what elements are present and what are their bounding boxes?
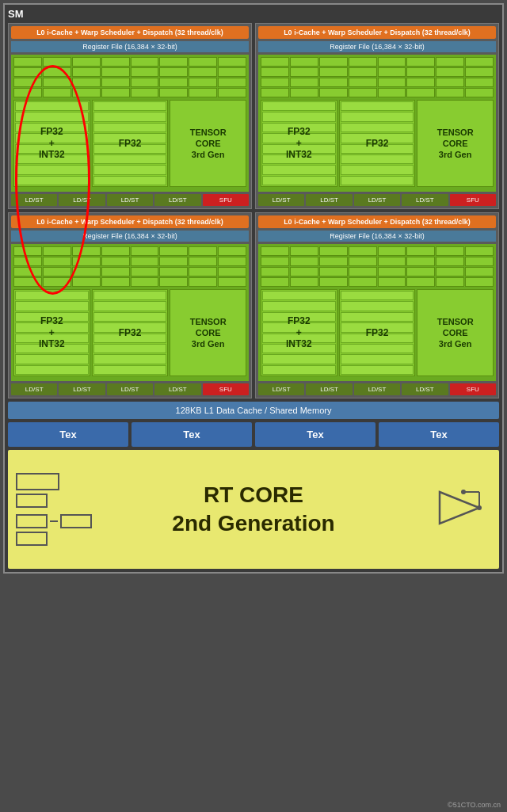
ldst-cell: LD/ST (107, 194, 153, 206)
rt-box-2 (16, 494, 48, 508)
ldst-row-1: LD/ST LD/ST LD/ST LD/ST SFU (11, 194, 249, 206)
core-cell (93, 291, 167, 300)
register-rows-1 (13, 57, 246, 97)
core-cell (93, 176, 167, 185)
core-cell (15, 312, 89, 322)
tensor-label-1: TENSORCORE3rd Gen (190, 127, 227, 161)
l0-cache-bar-3: L0 i-Cache + Warp Scheduler + Dispatch (… (11, 215, 249, 228)
core-cell (93, 133, 167, 143)
rt-box-3 (16, 514, 48, 528)
reg-cell (378, 88, 406, 97)
rt-triangle-svg (436, 484, 483, 532)
fp32-int32-col-2: FP32+INT32 (261, 100, 337, 187)
reg-cell (349, 257, 377, 266)
reg-cell (436, 246, 464, 256)
reg-cell (406, 246, 435, 256)
reg-cell (319, 57, 348, 67)
ldst-cell: LD/ST (154, 383, 200, 395)
reg-cell (218, 277, 246, 287)
core-cell (15, 112, 89, 121)
reg-cell (131, 78, 159, 87)
reg-cell (218, 88, 246, 97)
reg-cell (465, 267, 494, 276)
reg-cell (13, 88, 42, 97)
core-cell (341, 301, 414, 311)
reg-cell (261, 78, 289, 87)
sfu-cell: SFU (203, 194, 249, 206)
ldst-cell: LD/ST (354, 383, 400, 395)
reg-row (13, 267, 246, 276)
reg-cell (189, 267, 217, 276)
ldst-cell: LD/ST (258, 383, 304, 395)
reg-row (13, 88, 246, 97)
reg-cell (131, 67, 159, 77)
sfu-cell: SFU (450, 194, 496, 206)
tensor-label-4: TENSORCORE3rd Gen (437, 316, 474, 350)
reg-cell (101, 78, 130, 87)
ldst-cell: LD/ST (306, 383, 352, 395)
reg-cell (189, 246, 217, 256)
core-cell (341, 334, 414, 343)
core-cell (15, 176, 89, 185)
core-cell (262, 344, 336, 353)
reg-cell (406, 257, 435, 266)
core-cell (341, 322, 414, 332)
reg-cell (436, 88, 464, 97)
tensor-col-4: TENSORCORE3rd Gen (417, 289, 494, 376)
core-cell (262, 123, 336, 132)
reg-cell (218, 246, 246, 256)
reg-cell (290, 88, 318, 97)
reg-cell (349, 88, 377, 97)
reg-cell (349, 57, 377, 67)
core-cell (262, 112, 336, 121)
ldst-cell: LD/ST (59, 383, 105, 395)
reg-cell (159, 277, 188, 287)
ldst-cell: LD/ST (402, 194, 448, 206)
reg-cell (189, 257, 217, 266)
core-cell (262, 144, 336, 154)
core-area-1: FP32+INT32 FP32 (11, 55, 249, 192)
reg-cell (131, 57, 159, 67)
sfu-cell: SFU (203, 383, 249, 395)
reg-cell (218, 267, 246, 276)
core-cell (262, 101, 336, 111)
rt-box-5 (16, 532, 48, 546)
ldst-cell: LD/ST (59, 194, 105, 206)
reg-cell (261, 267, 289, 276)
l0-cache-bar-4: L0 i-Cache + Warp Scheduler + Dispatch (… (258, 215, 496, 228)
reg-cell (261, 88, 289, 97)
reg-cell (290, 257, 318, 266)
reg-cell (218, 257, 246, 266)
reg-cell (131, 257, 159, 266)
sm-label: SM (8, 8, 499, 20)
ldst-row-2: LD/ST LD/ST LD/ST LD/ST SFU (258, 194, 496, 206)
reg-cell (159, 267, 188, 276)
fp32-col-4: FP32 (339, 289, 416, 376)
reg-cell (131, 267, 159, 276)
reg-row (13, 67, 246, 77)
reg-cell (72, 267, 101, 276)
quadrant-bottom-left: L0 i-Cache + Warp Scheduler + Dispatch (… (8, 212, 252, 398)
reg-cell (319, 246, 348, 256)
core-cell (341, 344, 414, 353)
core-cell (341, 291, 414, 300)
tensor-label-2: TENSORCORE3rd Gen (437, 127, 474, 161)
reg-cell (13, 246, 42, 256)
rt-diagram-right (436, 484, 483, 535)
reg-cell (436, 267, 464, 276)
register-rows-4 (261, 246, 494, 287)
reg-cell (43, 267, 71, 276)
core-cell (93, 154, 167, 164)
core-cell (262, 301, 336, 311)
reg-cell (436, 257, 464, 266)
reg-cell (290, 78, 318, 87)
core-cell (15, 291, 89, 300)
core-cell (15, 322, 89, 332)
reg-cell (319, 78, 348, 87)
ldst-cell: LD/ST (107, 383, 153, 395)
reg-cell (319, 88, 348, 97)
core-cell (341, 133, 414, 143)
rt-diagram-row-1 (16, 473, 92, 490)
reg-cell (349, 267, 377, 276)
ldst-cell: LD/ST (258, 194, 304, 206)
